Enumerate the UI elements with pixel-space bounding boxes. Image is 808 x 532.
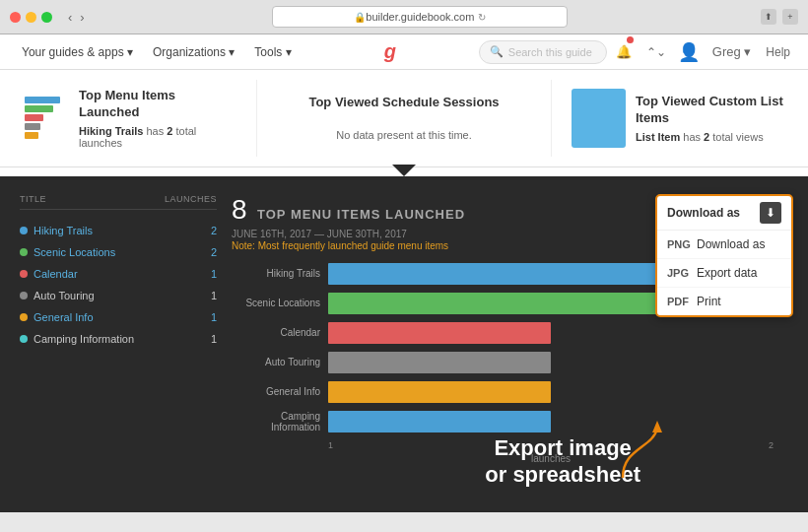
- stat-card-2-empty: No data present at this time.: [336, 129, 472, 141]
- app-navbar: Your guides & apps ▾ Organizations ▾ Too…: [0, 34, 808, 70]
- row-label-2: Scenic Locations: [20, 246, 115, 258]
- stat-card-1-sub: Hiking Trails has 2 total launches: [79, 125, 236, 149]
- bar-row-4: Auto Touring: [232, 352, 774, 373]
- notification-badge: [627, 36, 634, 43]
- export-header: Download as ⬇: [657, 196, 791, 231]
- mini-bar-5: [25, 132, 38, 139]
- stat-card-3-icon: [572, 89, 626, 148]
- mini-bar-2: [25, 105, 53, 112]
- dot-4: [20, 292, 28, 299]
- main-area: TITLE LAUNCHES Hiking Trails 2 Scenic Lo…: [0, 179, 808, 512]
- nav-right: 🔍 Search this guide 🔔 ⌃⌄ 👤 Greg ▾ Help: [479, 40, 796, 64]
- export-option-jpg[interactable]: JPG Export data: [657, 259, 791, 288]
- bar-label-4: Auto Touring: [232, 357, 320, 367]
- row-label-5: General Info: [20, 311, 94, 323]
- guides-nav-item[interactable]: Your guides & apps ▾: [12, 34, 143, 70]
- nav-back-button[interactable]: ‹: [65, 10, 75, 25]
- item-name-3: Calendar: [34, 268, 78, 280]
- nav-arrows: ‹ ›: [65, 10, 88, 25]
- address-bar[interactable]: 🔒 builder.guidebook.com ↻: [272, 6, 568, 28]
- bar-label-1: Hiking Trails: [232, 268, 320, 279]
- share-button[interactable]: ⬆: [761, 9, 776, 25]
- export-action-pdf: Print: [697, 295, 721, 308]
- help-button[interactable]: Help: [760, 45, 796, 59]
- browser-chrome: ‹ › 🔒 builder.guidebook.com ↻ ⬆ +: [0, 0, 808, 34]
- bar-fill-6: [328, 411, 551, 432]
- export-action-png: Download as: [697, 237, 765, 251]
- export-type-pdf: PDF: [667, 296, 697, 307]
- traffic-lights: [10, 12, 52, 23]
- table-row: Scenic Locations 2: [20, 241, 217, 263]
- col-launches-label: LAUNCHES: [165, 194, 217, 204]
- orgs-nav-item[interactable]: Organizations ▾: [143, 34, 244, 70]
- bar-track-3: [328, 322, 774, 344]
- export-dropdown: Download as ⬇ PNG Download as JPG Export…: [655, 194, 793, 317]
- new-tab-button[interactable]: +: [782, 9, 798, 25]
- dot-2: [20, 248, 28, 256]
- item-name-5: General Info: [34, 311, 94, 323]
- export-action-jpg: Export data: [697, 266, 757, 280]
- item-name-2: Scenic Locations: [34, 246, 115, 258]
- data-panel: TITLE LAUNCHES Hiking Trails 2 Scenic Lo…: [20, 194, 217, 498]
- search-placeholder: Search this guide: [508, 46, 592, 58]
- item-name-4: Auto Touring: [34, 290, 95, 301]
- table-row: Calendar 1: [20, 263, 217, 285]
- row-label-3: Calendar: [20, 268, 78, 280]
- row-label-4: Auto Touring: [20, 290, 95, 301]
- stat-card-2-title: Top Viewed Schedule Sessions: [308, 95, 499, 111]
- export-container: Download as ⬇ PNG Download as JPG Export…: [655, 194, 793, 317]
- dot-5: [20, 313, 28, 321]
- bar-row-5: General Info: [232, 381, 774, 403]
- export-type-png: PNG: [667, 238, 697, 250]
- x-tick-2: 2: [769, 440, 774, 450]
- tools-nav-item[interactable]: Tools ▾: [244, 34, 301, 70]
- bar-row-3: Calendar: [232, 322, 774, 344]
- row-label-1: Hiking Trails: [20, 225, 93, 236]
- stat-card-1-text: Top Menu Items Launched Hiking Trails ha…: [79, 88, 236, 149]
- minimize-button[interactable]: [26, 12, 36, 23]
- bar-fill-5: [328, 381, 551, 403]
- export-header-label: Download as: [667, 206, 740, 220]
- bar-row-6: Camping Information: [232, 411, 774, 432]
- stat-card-1-title: Top Menu Items Launched: [79, 88, 236, 121]
- nav-forward-button[interactable]: ›: [77, 10, 87, 25]
- stat-card-3-sub: List Item has 2 total views: [636, 131, 783, 143]
- maximize-button[interactable]: [41, 12, 52, 23]
- stat-card-3-text: Top Viewed Custom List Items List Item h…: [636, 94, 783, 143]
- notifications-icon[interactable]: 🔔: [611, 44, 639, 59]
- export-option-pdf[interactable]: PDF Print: [657, 288, 791, 315]
- item-name-1: Hiking Trails: [34, 225, 93, 236]
- bar-label-5: General Info: [232, 386, 320, 397]
- expand-icon[interactable]: ⌃⌄: [642, 45, 670, 59]
- x-axis: 1 2: [232, 440, 774, 450]
- bar-label-6: Camping Information: [232, 411, 320, 432]
- user-avatar[interactable]: 👤: [674, 41, 704, 63]
- table-row: Hiking Trails 2: [20, 220, 217, 241]
- search-box[interactable]: 🔍 Search this guide: [479, 40, 607, 64]
- stats-row: Top Menu Items Launched Hiking Trails ha…: [0, 70, 808, 167]
- mini-bar-3: [25, 114, 43, 121]
- mini-bar-4: [25, 123, 40, 130]
- table-row: Camping Information 1: [20, 328, 217, 350]
- dot-6: [20, 335, 28, 343]
- table-row: General Info 1: [20, 306, 217, 328]
- stat-card-schedule: Top Viewed Schedule Sessions No data pre…: [267, 80, 541, 157]
- bar-fill-4: [328, 352, 551, 373]
- export-option-png[interactable]: PNG Download as: [657, 231, 791, 259]
- export-download-button[interactable]: ⬇: [760, 202, 781, 224]
- stat-card-menu-items: Top Menu Items Launched Hiking Trails ha…: [15, 80, 246, 157]
- dot-1: [20, 227, 28, 234]
- panel-header: TITLE LAUNCHES: [20, 194, 217, 210]
- x-axis-label: launches: [232, 453, 774, 464]
- user-menu[interactable]: Greg ▾: [707, 44, 757, 59]
- bar-label-2: Scenic Locations: [232, 298, 320, 308]
- browser-titlebar: ‹ › 🔒 builder.guidebook.com ↻ ⬆ +: [0, 0, 808, 33]
- stat-card-3-title: Top Viewed Custom List Items: [636, 94, 783, 127]
- close-button[interactable]: [10, 12, 21, 23]
- row-label-6: Camping Information: [20, 333, 134, 345]
- table-row: Auto Touring 1: [20, 285, 217, 306]
- mini-chart-1: [25, 97, 69, 139]
- mini-bar-1: [25, 97, 60, 103]
- col-title-label: TITLE: [20, 194, 46, 204]
- stat-card-custom-list: Top Viewed Custom List Items List Item h…: [562, 80, 793, 157]
